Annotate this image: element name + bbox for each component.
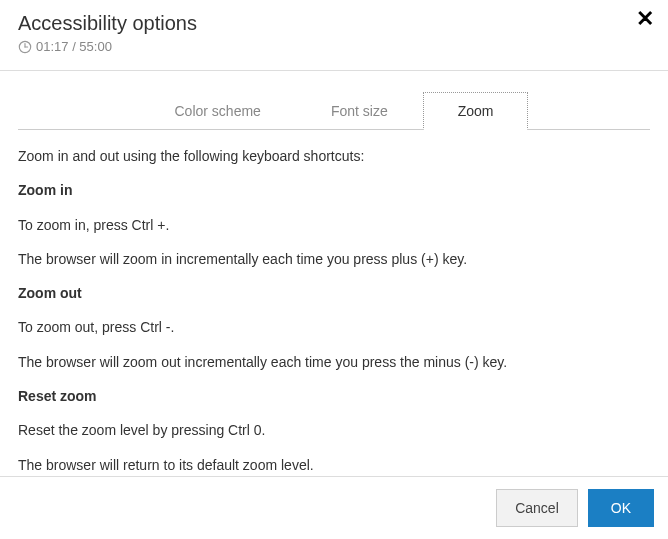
cancel-button[interactable]: Cancel: [496, 489, 578, 527]
close-icon[interactable]: ✕: [636, 8, 654, 30]
reset-zoom-note: The browser will return to its default z…: [18, 455, 650, 475]
tab-zoom[interactable]: Zoom: [423, 92, 529, 130]
dialog-header: Accessibility options ✕ 01:17 / 55:00: [0, 0, 668, 64]
dialog-footer: Cancel OK: [0, 476, 668, 539]
timer-row: 01:17 / 55:00: [18, 39, 650, 54]
tab-content: Zoom in and out using the following keyb…: [0, 130, 668, 507]
clock-icon: [18, 40, 32, 54]
zoom-in-note: The browser will zoom in incrementally e…: [18, 249, 650, 269]
dialog-title: Accessibility options: [18, 12, 650, 35]
zoom-out-text: To zoom out, press Ctrl -.: [18, 317, 650, 337]
zoom-in-heading: Zoom in: [18, 180, 650, 200]
ok-button[interactable]: OK: [588, 489, 654, 527]
tab-color-scheme[interactable]: Color scheme: [140, 92, 296, 130]
timer-text: 01:17 / 55:00: [36, 39, 112, 54]
tab-font-size[interactable]: Font size: [296, 92, 423, 130]
reset-zoom-heading: Reset zoom: [18, 386, 650, 406]
reset-zoom-text: Reset the zoom level by pressing Ctrl 0.: [18, 420, 650, 440]
intro-text: Zoom in and out using the following keyb…: [18, 146, 650, 166]
zoom-in-text: To zoom in, press Ctrl +.: [18, 215, 650, 235]
zoom-out-note: The browser will zoom out incrementally …: [18, 352, 650, 372]
tabs: Color scheme Font size Zoom: [18, 91, 650, 130]
zoom-out-heading: Zoom out: [18, 283, 650, 303]
tabs-container: Color scheme Font size Zoom: [0, 71, 668, 130]
